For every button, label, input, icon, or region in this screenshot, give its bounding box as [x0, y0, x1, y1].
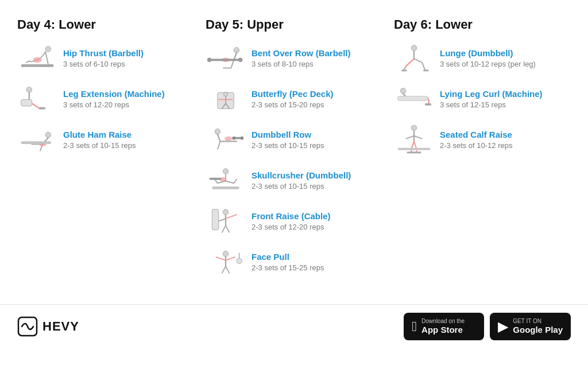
svg-rect-8 — [21, 141, 51, 144]
svg-point-0 — [45, 46, 51, 51]
svg-rect-35 — [425, 103, 431, 106]
exercise-info: Lunge (Dumbbell)3 sets of 10-12 reps (pe… — [440, 48, 536, 68]
exercise-figure-lunge — [394, 42, 434, 74]
day-column-day5: Day 5: Upper Bent Over Row (Barbell)3 se… — [206, 17, 394, 287]
svg-rect-34 — [398, 96, 428, 100]
exercise-figure-leg_extension — [17, 83, 57, 115]
exercise-figure-bent_over_row — [206, 42, 246, 74]
exercise-figure-dumbbell_row — [206, 124, 246, 156]
exercise-item: Lunge (Dumbbell)3 sets of 10-12 reps (pe… — [394, 42, 571, 74]
exercise-item: Lying Leg Curl (Machine)3 sets of 12-15 … — [394, 83, 571, 115]
svg-point-21 — [223, 168, 228, 173]
exercise-sets: 2-3 sets of 10-12 reps — [440, 141, 512, 150]
exercise-name[interactable]: Hip Thrust (Barbell) — [63, 48, 144, 58]
googleplay-button[interactable]: ▶ GET IT ON Google Play — [490, 313, 571, 340]
exercise-info: Dumbbell Row2-3 sets of 10-15 reps — [252, 130, 324, 150]
exercise-item: Bent Over Row (Barbell)3 sets of 8-10 re… — [206, 42, 382, 74]
svg-point-17 — [225, 136, 232, 141]
exercise-figure-front_raise — [206, 205, 246, 237]
exercise-sets: 2-3 sets of 10-15 reps — [63, 141, 136, 150]
googleplay-icon: ▶ — [498, 320, 508, 333]
exercise-figure-glute_ham — [17, 124, 57, 156]
exercise-info: Front Raise (Cable)2-3 sets of 12-20 rep… — [252, 211, 331, 231]
exercise-figure-leg_curl — [394, 83, 434, 115]
svg-point-3 — [26, 87, 32, 92]
day-column-day4: Day 4: Lower Hip Thrust (Barbell)3 sets … — [17, 17, 206, 287]
exercise-info: Bent Over Row (Barbell)3 sets of 8-10 re… — [252, 48, 351, 68]
svg-rect-26 — [212, 209, 218, 230]
exercise-item: Seated Calf Raise2-3 sets of 10-12 reps — [394, 124, 571, 156]
svg-point-33 — [400, 88, 405, 93]
exercise-name[interactable]: Seated Calf Raise — [440, 130, 512, 139]
exercise-figure-face_pull — [206, 246, 246, 278]
svg-rect-5 — [39, 107, 45, 109]
exercise-sets: 3 sets of 10-12 reps (per leg) — [440, 60, 536, 68]
hevy-logo-icon — [17, 316, 38, 337]
day-title-day5: Day 5: Upper — [206, 17, 382, 32]
exercise-info: Glute Ham Raise2-3 sets of 10-15 reps — [63, 130, 136, 150]
exercise-sets: 2-3 sets of 15-25 reps — [252, 263, 324, 272]
exercise-name[interactable]: Skullcrusher (Dumbbell) — [252, 170, 351, 180]
exercise-item: Front Raise (Cable)2-3 sets of 12-20 rep… — [206, 205, 382, 237]
exercise-name[interactable]: Dumbbell Row — [252, 130, 324, 139]
exercise-name[interactable]: Glute Ham Raise — [63, 130, 136, 139]
exercise-info: Leg Extension (Machine)3 sets of 12-20 r… — [63, 89, 165, 109]
exercise-name[interactable]: Front Raise (Cable) — [252, 211, 331, 221]
page-footer: HEVY  Download on the App Store ▶ GET I… — [0, 304, 588, 348]
exercise-sets: 2-3 sets of 10-15 reps — [252, 141, 324, 150]
appstore-text: Download on the App Store — [421, 318, 465, 335]
exercise-figure-skullcrusher — [206, 165, 246, 196]
svg-rect-37 — [407, 151, 421, 153]
exercise-item: Glute Ham Raise2-3 sets of 10-15 reps — [17, 124, 194, 156]
exercise-info: Hip Thrust (Barbell)3 sets of 6-10 reps — [63, 48, 144, 68]
googleplay-text: GET IT ON Google Play — [513, 318, 563, 335]
appstore-button[interactable]:  Download on the App Store — [404, 313, 484, 340]
hevy-logo-text: HEVY — [42, 319, 79, 334]
svg-rect-22 — [212, 186, 239, 189]
exercise-info: Skullcrusher (Dumbbell)2-3 sets of 10-15… — [252, 170, 351, 191]
exercise-info: Face Pull2-3 sets of 15-25 reps — [252, 252, 324, 272]
exercise-info: Seated Calf Raise2-3 sets of 10-12 reps — [440, 130, 512, 150]
exercise-figure-hip_thrust — [17, 42, 57, 74]
app-buttons-container:  Download on the App Store ▶ GET IT ON … — [404, 313, 571, 340]
svg-rect-31 — [401, 69, 407, 71]
exercise-name[interactable]: Face Pull — [252, 252, 324, 262]
apple-icon:  — [412, 320, 417, 333]
exercise-name[interactable]: Bent Over Row (Barbell) — [252, 48, 351, 58]
svg-rect-4 — [21, 99, 32, 106]
exercise-item: Butterfly (Pec Deck)2-3 sets of 15-20 re… — [206, 83, 382, 115]
svg-point-27 — [223, 251, 228, 256]
svg-rect-11 — [210, 59, 239, 61]
svg-rect-38 — [398, 147, 431, 150]
exercise-sets: 3 sets of 8-10 reps — [252, 60, 351, 68]
exercise-name[interactable]: Leg Extension (Machine) — [63, 89, 165, 99]
exercise-figure-pec_deck — [206, 83, 246, 115]
svg-point-25 — [223, 209, 228, 214]
exercise-sets: 3 sets of 6-10 reps — [63, 60, 144, 68]
svg-point-19 — [232, 136, 235, 139]
day-title-day4: Day 4: Lower — [17, 17, 194, 32]
workout-grid: Day 4: Lower Hip Thrust (Barbell)3 sets … — [0, 0, 588, 298]
exercise-info: Butterfly (Pec Deck)2-3 sets of 15-20 re… — [252, 89, 334, 109]
exercise-item: Leg Extension (Machine)3 sets of 12-20 r… — [17, 83, 194, 115]
exercise-name[interactable]: Butterfly (Pec Deck) — [252, 89, 334, 99]
exercise-name[interactable]: Lunge (Dumbbell) — [440, 48, 536, 58]
exercise-sets: 2-3 sets of 15-20 reps — [252, 100, 334, 109]
exercise-item: Hip Thrust (Barbell)3 sets of 6-10 reps — [17, 42, 194, 74]
svg-point-13 — [238, 57, 243, 62]
svg-point-12 — [207, 57, 212, 62]
hevy-logo: HEVY — [17, 316, 79, 337]
exercise-sets: 2-3 sets of 10-15 reps — [252, 182, 351, 191]
svg-point-6 — [45, 132, 51, 137]
day-title-day6: Day 6: Lower — [394, 17, 571, 32]
day-column-day6: Day 6: Lower Lunge (Dumbbell)3 sets of 1… — [394, 17, 571, 287]
svg-point-2 — [33, 57, 41, 62]
exercise-name[interactable]: Lying Leg Curl (Machine) — [440, 89, 543, 99]
svg-point-9 — [234, 47, 239, 52]
exercise-item: Face Pull2-3 sets of 15-25 reps — [206, 246, 382, 278]
svg-rect-24 — [210, 177, 222, 180]
svg-rect-1 — [21, 64, 54, 67]
exercise-sets: 2-3 sets of 12-20 reps — [252, 223, 331, 231]
exercise-item: Dumbbell Row2-3 sets of 10-15 reps — [206, 124, 382, 156]
exercise-figure-calf_raise — [394, 124, 434, 156]
